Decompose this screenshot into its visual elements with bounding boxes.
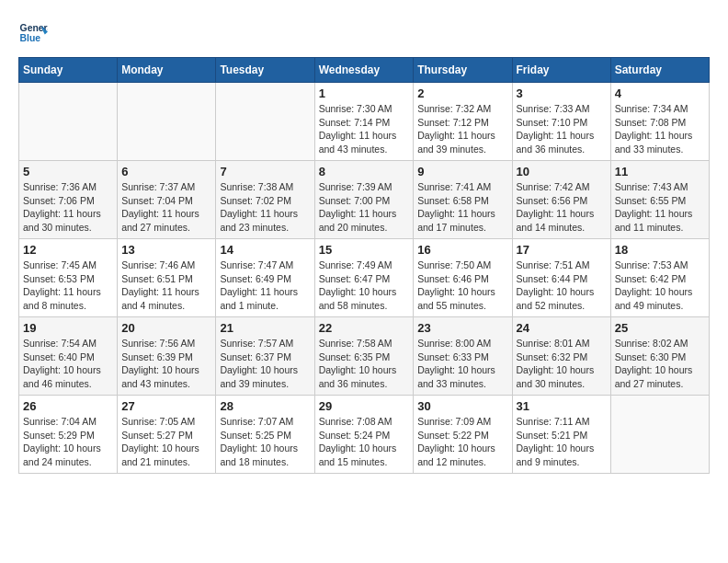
day-info: Sunrise: 7:08 AM Sunset: 5:24 PM Dayligh… xyxy=(319,415,410,469)
calendar-cell: 12Sunrise: 7:45 AM Sunset: 6:53 PM Dayli… xyxy=(19,239,118,317)
day-number: 26 xyxy=(23,399,113,413)
day-number: 29 xyxy=(319,399,410,413)
calendar-cell: 6Sunrise: 7:37 AM Sunset: 7:04 PM Daylig… xyxy=(118,161,216,239)
svg-text:Blue: Blue xyxy=(20,33,41,43)
calendar-cell: 4Sunrise: 7:34 AM Sunset: 7:08 PM Daylig… xyxy=(610,83,709,161)
day-number: 16 xyxy=(417,243,507,257)
day-info: Sunrise: 8:00 AM Sunset: 6:33 PM Dayligh… xyxy=(417,337,507,391)
day-number: 28 xyxy=(220,399,310,413)
day-number: 17 xyxy=(517,243,607,257)
day-number: 13 xyxy=(121,243,211,257)
day-info: Sunrise: 7:34 AM Sunset: 7:08 PM Dayligh… xyxy=(615,102,705,156)
day-number: 21 xyxy=(220,321,310,335)
calendar-cell: 15Sunrise: 7:49 AM Sunset: 6:47 PM Dayli… xyxy=(314,239,414,317)
calendar-cell xyxy=(118,83,216,161)
day-number: 27 xyxy=(121,399,211,413)
calendar-cell: 23Sunrise: 8:00 AM Sunset: 6:33 PM Dayli… xyxy=(414,317,512,396)
day-number: 22 xyxy=(319,321,410,335)
day-info: Sunrise: 7:51 AM Sunset: 6:44 PM Dayligh… xyxy=(517,259,607,313)
day-info: Sunrise: 7:11 AM Sunset: 5:21 PM Dayligh… xyxy=(517,415,607,469)
calendar-cell xyxy=(610,396,709,474)
calendar-week-row: 19Sunrise: 7:54 AM Sunset: 6:40 PM Dayli… xyxy=(19,317,710,396)
day-number: 23 xyxy=(417,321,507,335)
day-number: 7 xyxy=(220,165,310,178)
day-info: Sunrise: 7:43 AM Sunset: 6:55 PM Dayligh… xyxy=(615,180,705,235)
calendar-header-row: SundayMondayTuesdayWednesdayThursdayFrid… xyxy=(19,58,710,83)
day-info: Sunrise: 7:49 AM Sunset: 6:47 PM Dayligh… xyxy=(319,259,410,313)
calendar-table: SundayMondayTuesdayWednesdayThursdayFrid… xyxy=(18,57,710,474)
day-header-friday: Friday xyxy=(512,58,610,83)
day-info: Sunrise: 7:09 AM Sunset: 5:22 PM Dayligh… xyxy=(417,415,507,469)
day-info: Sunrise: 8:02 AM Sunset: 6:30 PM Dayligh… xyxy=(615,337,705,391)
day-number: 11 xyxy=(615,165,705,178)
calendar-cell: 26Sunrise: 7:04 AM Sunset: 5:29 PM Dayli… xyxy=(19,396,118,474)
day-info: Sunrise: 7:57 AM Sunset: 6:37 PM Dayligh… xyxy=(220,337,310,391)
day-number: 3 xyxy=(517,86,607,100)
day-info: Sunrise: 7:36 AM Sunset: 7:06 PM Dayligh… xyxy=(23,180,113,235)
day-info: Sunrise: 7:38 AM Sunset: 7:02 PM Dayligh… xyxy=(220,180,310,235)
day-number: 31 xyxy=(517,399,607,413)
day-number: 14 xyxy=(220,243,310,257)
calendar-cell: 11Sunrise: 7:43 AM Sunset: 6:55 PM Dayli… xyxy=(610,161,709,239)
day-header-tuesday: Tuesday xyxy=(216,58,314,83)
calendar-cell: 9Sunrise: 7:41 AM Sunset: 6:58 PM Daylig… xyxy=(414,161,512,239)
day-info: Sunrise: 7:54 AM Sunset: 6:40 PM Dayligh… xyxy=(23,337,113,391)
calendar-week-row: 1Sunrise: 7:30 AM Sunset: 7:14 PM Daylig… xyxy=(19,83,710,161)
calendar-cell: 3Sunrise: 7:33 AM Sunset: 7:10 PM Daylig… xyxy=(512,83,610,161)
calendar-cell: 7Sunrise: 7:38 AM Sunset: 7:02 PM Daylig… xyxy=(216,161,314,239)
calendar-cell: 18Sunrise: 7:53 AM Sunset: 6:42 PM Dayli… xyxy=(610,239,709,317)
day-info: Sunrise: 7:04 AM Sunset: 5:29 PM Dayligh… xyxy=(23,415,113,469)
logo-icon: General Blue xyxy=(18,18,48,48)
calendar-cell xyxy=(19,83,118,161)
calendar-cell: 5Sunrise: 7:36 AM Sunset: 7:06 PM Daylig… xyxy=(19,161,118,239)
day-number: 15 xyxy=(319,243,410,257)
calendar-week-row: 5Sunrise: 7:36 AM Sunset: 7:06 PM Daylig… xyxy=(19,161,710,239)
calendar-cell: 8Sunrise: 7:39 AM Sunset: 7:00 PM Daylig… xyxy=(314,161,414,239)
day-info: Sunrise: 7:05 AM Sunset: 5:27 PM Dayligh… xyxy=(121,415,211,469)
calendar-cell: 10Sunrise: 7:42 AM Sunset: 6:56 PM Dayli… xyxy=(512,161,610,239)
day-info: Sunrise: 7:39 AM Sunset: 7:00 PM Dayligh… xyxy=(319,180,410,235)
day-header-saturday: Saturday xyxy=(610,58,709,83)
day-info: Sunrise: 7:53 AM Sunset: 6:42 PM Dayligh… xyxy=(615,259,705,313)
day-number: 9 xyxy=(417,165,507,178)
calendar-cell: 25Sunrise: 8:02 AM Sunset: 6:30 PM Dayli… xyxy=(610,317,709,396)
day-number: 25 xyxy=(615,321,705,335)
calendar-cell: 22Sunrise: 7:58 AM Sunset: 6:35 PM Dayli… xyxy=(314,317,414,396)
day-number: 6 xyxy=(121,165,211,178)
calendar-cell: 31Sunrise: 7:11 AM Sunset: 5:21 PM Dayli… xyxy=(512,396,610,474)
day-info: Sunrise: 7:50 AM Sunset: 6:46 PM Dayligh… xyxy=(417,259,507,313)
calendar-cell: 14Sunrise: 7:47 AM Sunset: 6:49 PM Dayli… xyxy=(216,239,314,317)
day-info: Sunrise: 7:30 AM Sunset: 7:14 PM Dayligh… xyxy=(319,102,410,156)
day-number: 12 xyxy=(23,243,113,257)
calendar-cell: 30Sunrise: 7:09 AM Sunset: 5:22 PM Dayli… xyxy=(414,396,512,474)
calendar-cell: 28Sunrise: 7:07 AM Sunset: 5:25 PM Dayli… xyxy=(216,396,314,474)
page-header: General Blue xyxy=(18,18,710,48)
day-info: Sunrise: 7:56 AM Sunset: 6:39 PM Dayligh… xyxy=(121,337,211,391)
calendar-cell: 27Sunrise: 7:05 AM Sunset: 5:27 PM Dayli… xyxy=(118,396,216,474)
day-header-sunday: Sunday xyxy=(19,58,118,83)
day-number: 18 xyxy=(615,243,705,257)
day-number: 5 xyxy=(23,165,113,178)
day-number: 1 xyxy=(319,86,410,100)
day-info: Sunrise: 7:33 AM Sunset: 7:10 PM Dayligh… xyxy=(517,102,607,156)
calendar-week-row: 12Sunrise: 7:45 AM Sunset: 6:53 PM Dayli… xyxy=(19,239,710,317)
day-info: Sunrise: 8:01 AM Sunset: 6:32 PM Dayligh… xyxy=(517,337,607,391)
day-info: Sunrise: 7:32 AM Sunset: 7:12 PM Dayligh… xyxy=(417,102,507,156)
day-number: 20 xyxy=(121,321,211,335)
calendar-cell: 17Sunrise: 7:51 AM Sunset: 6:44 PM Dayli… xyxy=(512,239,610,317)
day-header-wednesday: Wednesday xyxy=(314,58,414,83)
calendar-cell: 21Sunrise: 7:57 AM Sunset: 6:37 PM Dayli… xyxy=(216,317,314,396)
calendar-cell: 13Sunrise: 7:46 AM Sunset: 6:51 PM Dayli… xyxy=(118,239,216,317)
day-info: Sunrise: 7:07 AM Sunset: 5:25 PM Dayligh… xyxy=(220,415,310,469)
day-info: Sunrise: 7:42 AM Sunset: 6:56 PM Dayligh… xyxy=(517,180,607,235)
day-number: 4 xyxy=(615,86,705,100)
day-number: 24 xyxy=(517,321,607,335)
day-header-monday: Monday xyxy=(118,58,216,83)
logo: General Blue xyxy=(18,18,48,48)
day-info: Sunrise: 7:46 AM Sunset: 6:51 PM Dayligh… xyxy=(121,259,211,313)
calendar-cell: 24Sunrise: 8:01 AM Sunset: 6:32 PM Dayli… xyxy=(512,317,610,396)
day-header-thursday: Thursday xyxy=(414,58,512,83)
calendar-cell: 20Sunrise: 7:56 AM Sunset: 6:39 PM Dayli… xyxy=(118,317,216,396)
day-number: 8 xyxy=(319,165,410,178)
calendar-cell: 16Sunrise: 7:50 AM Sunset: 6:46 PM Dayli… xyxy=(414,239,512,317)
